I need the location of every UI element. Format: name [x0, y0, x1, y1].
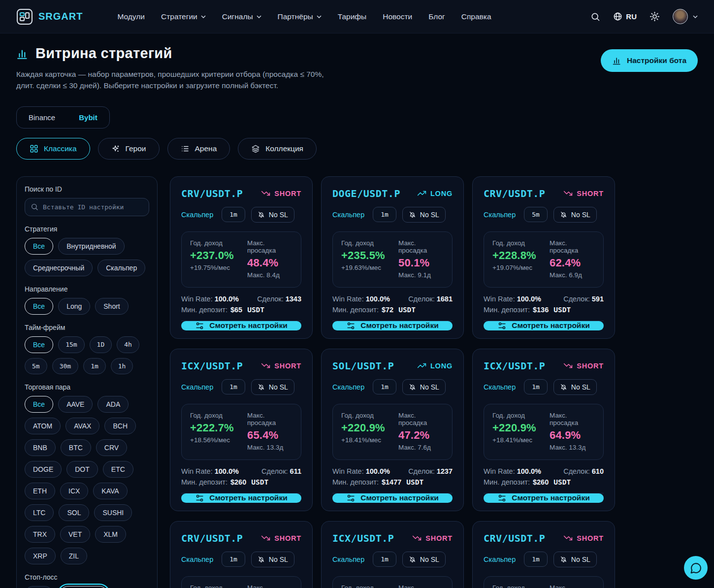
chevron-down-icon [693, 15, 698, 18]
filter-chip[interactable]: XLM [95, 526, 126, 543]
strategy-card: ICX/USDT.P SHORT Скальпер 1m No SL Год. … [321, 521, 464, 588]
tab-arena[interactable]: Арена [167, 138, 230, 160]
filter-chip[interactable]: SUSHI [94, 504, 132, 521]
strategy-type-label: Скальпер [484, 555, 516, 563]
filter-chip[interactable]: XRP [25, 548, 56, 564]
nav-item-partners[interactable]: Партнёры [278, 12, 322, 21]
filter-chip[interactable]: BTC [61, 439, 91, 456]
filter-chip[interactable]: DOGE [25, 461, 62, 478]
winrate-label: Win Rate: [484, 467, 515, 475]
filter-chip[interactable]: Внутридневной [58, 238, 125, 255]
bot-settings-button[interactable]: Настройки бота [601, 49, 698, 72]
filter-chip[interactable]: ATOM [25, 418, 61, 434]
nav-item-blog[interactable]: Блог [428, 12, 445, 21]
nav-item-help[interactable]: Справка [461, 12, 491, 21]
filter-chip[interactable]: Все [25, 298, 53, 315]
avatar [673, 9, 688, 24]
search-button[interactable] [590, 12, 600, 22]
filter-chip[interactable]: ZIL [61, 548, 87, 564]
filter-chip[interactable]: Все [25, 396, 53, 413]
drawdown-value: 65.4% [247, 429, 292, 442]
filter-chip[interactable]: KAVA [93, 483, 127, 499]
filter-chip[interactable]: ICX [60, 483, 88, 499]
tab-heroes[interactable]: Герои [98, 138, 160, 160]
filter-chip[interactable]: LTC [25, 504, 54, 521]
strategy-type-label: Скальпер [484, 211, 516, 219]
nav-item-signals[interactable]: Сигналы [222, 12, 261, 21]
filter-group-label: Тайм-фрейм [25, 324, 149, 331]
filter-chip[interactable]: 15m [58, 336, 84, 353]
filter-chip[interactable]: ADA [97, 396, 129, 413]
filter-chip[interactable]: 30m [52, 358, 78, 374]
timeframe-chip: 1m [373, 379, 396, 394]
view-settings-button[interactable]: Смотреть настройки [181, 321, 301, 330]
trend-up-icon [417, 189, 426, 198]
card-stats: Год. доход +214.2% Макс. просадка 63.3% [332, 576, 453, 588]
search-label: Поиск по ID [25, 185, 149, 193]
user-menu[interactable] [673, 9, 698, 24]
filter-chip[interactable]: Без стопа [60, 586, 107, 588]
search-id-input[interactable] [25, 198, 149, 216]
chat-button[interactable] [684, 556, 708, 580]
view-settings-button[interactable]: Смотреть настройки [181, 493, 301, 503]
filter-chip[interactable]: VET [60, 526, 90, 543]
filter-chip[interactable]: Short [95, 298, 128, 315]
winrate-label: Win Rate: [484, 295, 515, 303]
filter-chip[interactable]: Все [25, 586, 53, 588]
filter-chip[interactable]: 4h [117, 336, 139, 353]
language-switcher[interactable]: RU [613, 12, 637, 21]
filter-chip[interactable]: 1m [83, 358, 106, 374]
direction-badge: SHORT [261, 189, 301, 198]
view-settings-button[interactable]: Смотреть настройки [332, 321, 453, 330]
view-settings-button[interactable]: Смотреть настройки [332, 493, 453, 503]
filter-chip[interactable]: CRV [96, 439, 127, 456]
logo[interactable]: SRGART [16, 8, 83, 25]
yield-label: Год. доход [190, 584, 235, 588]
filter-chip[interactable]: Long [58, 298, 90, 315]
filter-chip[interactable]: Все [25, 238, 53, 255]
yield-label: Год. доход [341, 412, 387, 419]
tab-bybit[interactable]: Bybit [67, 107, 109, 128]
filter-chip[interactable]: 1D [90, 336, 112, 353]
filter-chip[interactable]: DOT [66, 461, 98, 478]
nav-item-news[interactable]: Новости [383, 12, 412, 21]
filter-chip[interactable]: TRX [25, 526, 55, 543]
timeframe-chip: 1m [222, 379, 245, 394]
sliders-icon [497, 321, 507, 330]
nav-item-modules[interactable]: Модули [117, 12, 145, 21]
filter-chip[interactable]: AVAX [65, 418, 99, 434]
nav-item-tariffs[interactable]: Тарифы [338, 12, 367, 21]
filter-chip[interactable]: ETC [103, 461, 133, 478]
filter-chip[interactable]: Все [25, 336, 53, 353]
yield-label: Год. доход [190, 412, 235, 419]
strategy-type-label: Скальпер [181, 383, 213, 391]
direction-badge: SHORT [563, 361, 604, 370]
bell-off-icon [409, 211, 416, 218]
theme-toggle[interactable] [649, 11, 660, 22]
drawdown-value: 50.1% [398, 257, 444, 269]
timeframe-chip: 1m [222, 552, 245, 567]
tab-binance[interactable]: Binance [17, 107, 67, 128]
tab-collection[interactable]: Коллекция [238, 138, 317, 160]
yield-value: +222.7% [190, 422, 235, 434]
direction-label: SHORT [577, 534, 604, 542]
pair-title: CRV/USDT.P [181, 532, 243, 544]
filter-chip[interactable]: Среднесрочный [25, 260, 93, 276]
tab-classic[interactable]: Классика [16, 138, 90, 160]
filter-chip[interactable]: AAVE [58, 396, 93, 413]
view-settings-button[interactable]: Смотреть настройки [484, 321, 604, 330]
strategy-card: CRV/USDT.P SHORT Скальпер 1m No SL Год. … [472, 521, 615, 588]
filter-chip[interactable]: 5m [25, 358, 47, 374]
nav-item-strategies[interactable]: Стратегии [161, 12, 206, 21]
list-icon [181, 144, 190, 153]
filter-chip[interactable]: BNB [25, 439, 56, 456]
drawdown-days: Макс. 9.1д [398, 271, 444, 280]
filter-chip[interactable]: ETH [25, 483, 55, 499]
filter-chip[interactable]: SOL [59, 504, 89, 521]
filter-chip[interactable]: BCH [104, 418, 136, 434]
filter-chip[interactable]: Скальпер [97, 260, 145, 276]
deposit-label: Мин. депозит: [484, 306, 530, 314]
filter-chip[interactable]: 1h [111, 358, 133, 374]
drawdown-label: Макс. просадка [398, 239, 444, 254]
view-settings-button[interactable]: Смотреть настройки [484, 493, 604, 503]
